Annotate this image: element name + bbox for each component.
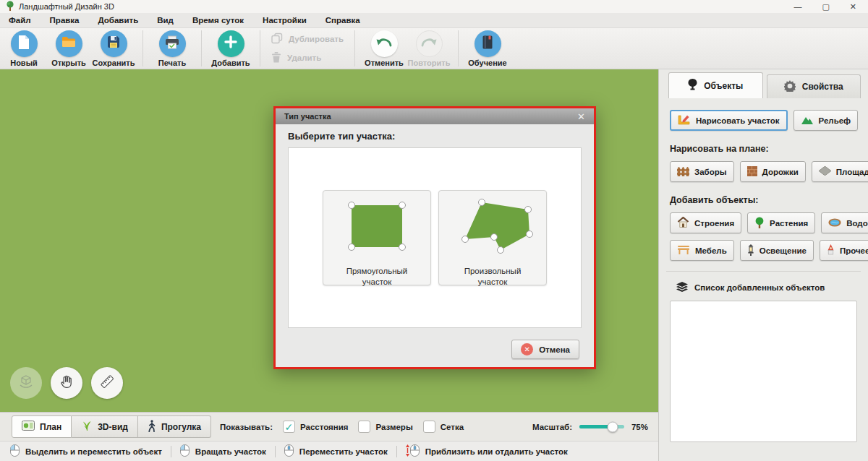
menu-view[interactable]: Вид — [157, 16, 174, 25]
mouse-left-click-icon — [180, 444, 190, 458]
bricks-icon — [747, 166, 757, 178]
delete-button[interactable]: Удалить — [271, 51, 344, 64]
hint-zoom-plot: Приблизить или отдалить участок — [406, 444, 568, 458]
mouse-scroll-icon — [406, 444, 420, 458]
hint-rotate-plot: Вращать участок — [180, 444, 266, 458]
freeform-plot-shape — [446, 195, 540, 264]
floppy-disk-icon — [107, 35, 120, 51]
add-button[interactable]: Добавить — [208, 30, 253, 67]
lighting-button[interactable]: Освещение — [740, 240, 814, 261]
tab-properties[interactable]: Свойства — [767, 74, 861, 98]
menu-edit[interactable]: Правка — [50, 16, 80, 25]
buildings-button[interactable]: Строения — [670, 212, 741, 233]
freeform-plot-option[interactable]: Произвольный участок — [438, 190, 547, 285]
dialog-close-icon[interactable]: ✕ — [577, 111, 585, 122]
print-button[interactable]: Печать — [150, 30, 195, 67]
water-button[interactable]: Водоемы — [821, 212, 868, 233]
added-objects-list[interactable] — [670, 301, 857, 442]
app-tree-icon — [6, 1, 14, 12]
scale-value: 75% — [631, 423, 648, 431]
redo-button[interactable]: Повторить — [407, 30, 451, 67]
scale-slider[interactable] — [579, 425, 624, 428]
checkbox-distances[interactable]: ✓ Расстояния — [283, 421, 349, 433]
status-bar: Выделить и переместить объект Вращать уч… — [0, 441, 658, 461]
plus-icon — [224, 35, 238, 52]
house-icon — [677, 217, 689, 229]
toolbar-separator — [354, 30, 355, 66]
mouse-wheel-click-icon — [284, 444, 294, 458]
plants-button[interactable]: Растения — [747, 212, 815, 233]
new-document-icon — [18, 35, 30, 52]
tab-objects[interactable]: Объекты — [668, 72, 763, 98]
figurine-icon — [827, 244, 835, 257]
menu-file[interactable]: Файл — [9, 16, 31, 25]
open-button[interactable]: Открыть — [46, 30, 91, 67]
draw-plot-button[interactable]: Нарисовать участок — [670, 110, 788, 131]
menu-daytime[interactable]: Время суток — [192, 16, 244, 25]
tab-walk[interactable]: Прогулка — [138, 415, 211, 438]
distances-checkbox-box[interactable]: ✓ — [283, 421, 295, 433]
hint-select-move-object: Выделить и переместить объект — [10, 444, 162, 458]
window-title: Ландшафтный Дизайн 3D — [19, 2, 114, 11]
save-button[interactable]: Сохранить — [91, 30, 136, 67]
toolbar-separator — [142, 30, 143, 66]
training-button[interactable]: Обучение — [465, 30, 510, 67]
layers-icon — [676, 282, 688, 293]
menu-bar: Файл Правка Добавить Вид Время суток Нас… — [0, 13, 868, 28]
platforms-button[interactable]: Площадки — [812, 161, 868, 182]
minimize-button[interactable]: — — [793, 2, 801, 12]
ruler-icon — [98, 373, 116, 393]
relief-button[interactable]: Рельеф — [793, 110, 859, 131]
pan-tool-button[interactable] — [51, 367, 82, 399]
cancel-x-icon: ✕ — [521, 343, 533, 356]
dialog-title: Тип участка — [284, 112, 331, 121]
checkbox-grid[interactable]: Сетка — [423, 421, 464, 433]
plant-tree-icon — [754, 217, 765, 230]
furniture-button[interactable]: Мебель — [670, 240, 734, 261]
bench-icon — [677, 246, 690, 256]
cancel-button[interactable]: ✕ Отмена — [511, 340, 579, 359]
grid-checkbox-box[interactable] — [423, 421, 435, 433]
toolbar-separator — [260, 30, 260, 66]
right-panel: Объекты Свойства Нарисовать участок — [658, 69, 868, 461]
duplicate-button[interactable]: Дублировать — [271, 33, 344, 46]
panel-separator — [666, 271, 861, 272]
rectangular-plot-shape — [330, 195, 424, 264]
other-button[interactable]: Прочее — [820, 240, 868, 261]
draw-plot-icon — [678, 114, 691, 127]
menu-add[interactable]: Добавить — [98, 16, 139, 25]
undo-button[interactable]: Отменить — [362, 30, 407, 67]
menu-settings[interactable]: Настройки — [263, 16, 307, 25]
status-divider — [396, 446, 397, 457]
gear-icon — [784, 80, 796, 94]
tab-3d-view[interactable]: 3D-вид — [72, 415, 138, 438]
grass-icon — [81, 420, 93, 434]
close-button[interactable]: ✕ — [850, 2, 856, 12]
scale-slider-knob[interactable] — [608, 421, 618, 432]
folder-icon — [61, 36, 76, 51]
hint-move-plot: Переместить участок — [284, 444, 388, 458]
mouse-left-click-icon — [10, 444, 20, 458]
view-bar: План 3D-вид Прогулка Показывать: ✓ Расст… — [0, 412, 658, 441]
dialog-prompt: Выберите тип участка: — [288, 131, 594, 142]
sizes-checkbox-box[interactable] — [358, 421, 370, 433]
status-divider — [171, 446, 171, 457]
draw-on-plan-label: Нарисовать на плане: — [670, 144, 857, 154]
fences-button[interactable]: Заборы — [670, 161, 734, 182]
menu-help[interactable]: Справка — [326, 16, 360, 25]
show-label: Показывать: — [220, 423, 273, 431]
status-divider — [275, 446, 276, 457]
tab-plan[interactable]: План — [12, 415, 72, 438]
added-objects-header: Список добавленных объектов — [676, 282, 857, 293]
trash-icon — [271, 51, 281, 64]
checkbox-sizes[interactable]: Размеры — [358, 421, 412, 433]
paths-button[interactable]: Дорожки — [740, 161, 806, 182]
plot-type-dialog: Тип участка ✕ Выберите тип участка: Прям… — [273, 106, 596, 369]
new-button[interactable]: Новый — [1, 30, 46, 67]
rotate-view-tool-button[interactable] — [10, 367, 42, 399]
tile-icon — [819, 166, 831, 177]
measure-tool-button[interactable] — [91, 367, 123, 399]
rectangular-plot-option[interactable]: Прямоугольный участок — [323, 190, 431, 285]
maximize-button[interactable]: ▢ — [822, 2, 829, 12]
add-objects-label: Добавить объекты: — [670, 195, 857, 205]
